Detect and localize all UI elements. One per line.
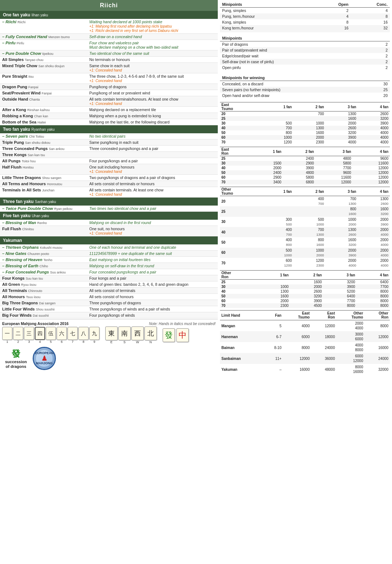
table-row: Seat/Prevalent Wind Fanpai Pung/kong of …	[0, 90, 218, 96]
yaku-name: Half Flush Honitsu	[2, 165, 34, 169]
table-row: – Thirteen Orphans Kokushi musou One of …	[0, 244, 218, 251]
section-three-fan-sub: Sanhan yaku	[35, 200, 56, 204]
minipoints-table: Minipoints Open Conc. Pung, simples 2 4 …	[220, 1, 390, 32]
yaku-plus: +1: Concealed hand	[89, 102, 122, 106]
yaku-desc: Four pungs/kongs and a pair	[89, 159, 138, 163]
yaku-desc: No terminals or honours	[89, 57, 130, 62]
table-row: – Blessing of Man Renho Mahjong on disca…	[0, 220, 218, 226]
yaku-plus: +1: Concealed hand	[89, 68, 122, 72]
table-row: All Green Ryuu iisou Hand of green tiles…	[0, 281, 218, 288]
table-row: Half Flush Honitsu One suit including ho…	[0, 164, 218, 175]
table-row: 40 400700 7001300 13002600 20004000	[220, 227, 390, 237]
table-row: 40700130026004000	[220, 126, 390, 130]
table-row: Pure Straight Itsu The three chow, 1-2-3…	[0, 73, 218, 84]
limit-header: Limit Hand Fan EastTsumo EastRon OtherTs…	[220, 311, 390, 320]
yaku-name: All Pungs Toitoi hou	[2, 159, 36, 163]
table-row: 25240048009600	[220, 156, 390, 161]
yaku-name: – Seven pairs Chii Toitsu	[2, 134, 44, 138]
section-three-fan: Three fan yaku Sanhan yaku	[0, 198, 218, 206]
yaku-desc: Same pung/kong in each suit	[89, 140, 138, 145]
yaku-name: – Thirteen Orphans Kokushi musou	[2, 245, 62, 249]
table-row: Outside Hand Chanta All sets contain ter…	[0, 96, 218, 107]
tile-5: 伍	[46, 327, 56, 340]
yaku-name: Three Kongs San kan tsu	[2, 153, 45, 157]
table-row: – Twice Pure Double Chow Ryan peikou Two…	[0, 206, 218, 212]
section-one-fan: One fan yaku Iihan yaku	[0, 11, 218, 19]
yaku-name: Pure Straight Itsu	[2, 74, 34, 78]
ema-logo: EUROPEAN ♟ MAHJONG	[33, 347, 56, 370]
table-row: 301000200039007700	[220, 284, 390, 289]
table-row: All Honours Tsuu iisou All sets consist …	[0, 294, 218, 300]
section-one-fan-title: One fan yaku	[3, 12, 30, 17]
table-row: Mangan 5 4000 12000 20004000 8000	[220, 320, 390, 332]
minipoints2-header: Minipoints	[220, 35, 390, 41]
table-row: 701200230040004000	[220, 140, 390, 145]
table-row: Little Three Dragons Shou sangen Two pun…	[0, 175, 218, 181]
table-row: – Pinfu Pinfu Four chow and valueless pa…	[0, 40, 218, 50]
yaku-desc: Hand of green tiles: bamboo 2, 3, 4, 6, …	[89, 282, 188, 287]
table-row: – Nine Gates Chuuren pooto 1112345678999…	[0, 251, 218, 257]
yaku-name: – Blessing of Earth Chiho	[2, 264, 48, 268]
yaku-desc: Three concealed pungs/kongs and a pair	[89, 146, 158, 151]
tile-3: 三	[24, 327, 34, 340]
other-tsumo-header: OtherTsumo 1 fan 2 fan 3 fan 4 fan	[220, 187, 390, 196]
yaku-name: Outside Hand Chanta	[2, 97, 40, 101]
section-five-fan-title: Five fan yaku	[3, 213, 30, 218]
table-row: Big Three Dragons Dai sangen Three pungs…	[0, 300, 218, 306]
yaku-name: – Fully Concealed Hand Menzen tsumo	[2, 35, 70, 39]
table-row: – Seven pairs Chii Toitsu No two identic…	[0, 133, 218, 139]
west-tile: 西	[131, 326, 144, 340]
green-dragon-tile: 發	[163, 328, 175, 342]
yaku-name: After a Kong Rinshan kaihou	[2, 107, 50, 112]
yakuman-table: – Thirteen Orphans Kokushi musou One of …	[0, 244, 218, 318]
yaku-desc: One of each honour and terminal and one …	[89, 245, 176, 249]
table-row: 30500100020003900	[220, 121, 390, 126]
table-row: All Terms and Honours Honroutou All sets…	[0, 181, 218, 187]
east-ron-table: EastRon 1 fan 2 fan 3 fan 4 fan 25240048…	[220, 147, 390, 184]
east-tile: 東	[105, 326, 118, 340]
yaku-name: – Riichi Riichi	[2, 20, 25, 24]
section-five-fan: Five fan yaku Uhan yaku	[0, 212, 218, 220]
table-row: Pair of seat/prevalent wind 2	[220, 47, 390, 53]
yaku-desc: All sets consist of terminals	[89, 288, 135, 293]
table-row: 20 400700 7001300 13002600	[220, 196, 390, 207]
tile-9: 九	[89, 327, 99, 340]
yaku-desc: Mahjong when a pung is extended to kong	[89, 114, 161, 118]
table-row: Three Kongs San kan tsu	[0, 152, 218, 158]
yaku-name: – Twice Pure Double Chow Ryan peikou	[2, 206, 72, 211]
yaku-desc: All sets contain terminals. At least one…	[89, 188, 163, 192]
table-row: – Pure Double Chow Iipeikou Two identica…	[0, 50, 218, 57]
other-ron-header: OtherRon 1 fan 2 fan 3 fan 4 fan	[220, 271, 390, 280]
table-row: 601000200039004000	[220, 135, 390, 140]
table-row: Bottom of the Sea Haitei Mahjong on the …	[0, 119, 218, 125]
table-row: – Riichi Riichi Waiting hand declared at…	[0, 19, 218, 34]
yaku-name: – Nine Gates Chuuren pooto	[2, 251, 49, 256]
yaku-plus: +1: Concealed hand	[89, 79, 122, 83]
yaku-plus: +1: Concealed hand	[89, 192, 122, 196]
yaku-name: All Terminals Chinrouto	[2, 288, 42, 293]
table-row: Sanbaiman 11+ 12000 36000 600012000 2400…	[220, 353, 390, 364]
table-row: – Fully Concealed Hand Menzen tsumo Self…	[0, 34, 218, 40]
yaku-desc: Pung/kong of seat or prevalent wind	[89, 91, 150, 95]
yaku-desc: One suit, no honours	[89, 227, 124, 231]
yaku-desc: Mahjong declared on a replacement tile	[89, 107, 156, 112]
yaku-name: Mixed Triple Chow San shoku doujun	[2, 64, 65, 68]
table-row: 50800160032004000	[220, 130, 390, 135]
yaku-desc: Pung/kong of dragons	[89, 85, 127, 89]
table-row: Pair of dragons 2	[220, 41, 390, 48]
yaku-desc2: Must declare mahjong on a chow with two-…	[89, 45, 178, 49]
yaku-desc: Four chow and valueless pair	[89, 41, 139, 45]
succession-label: successionof dragons	[5, 360, 27, 369]
yaku-name: Triple Pung San shoku dokou	[2, 140, 50, 145]
yaku-desc: Three pungs/kongs of dragons	[89, 301, 141, 305]
tile-2: 二	[13, 327, 23, 340]
yaku-desc: 1112345678999 + one duplicate of the sam…	[89, 251, 172, 256]
north-tile: 北	[144, 326, 157, 340]
south-tile: 南	[118, 326, 131, 340]
table-row: 3015002900580011600	[220, 161, 390, 166]
five-fan-table: – Blessing of Man Renho Mahjong on disca…	[0, 220, 218, 236]
section-five-fan-sub: Uhan yaku	[32, 214, 49, 218]
yaku-name: Dragon Pung Fanpai	[2, 85, 38, 89]
three-fan-table: – Twice Pure Double Chow Ryan peikou Two…	[0, 206, 218, 212]
table-row: Mixed Triple Chow San shoku doujun Same …	[0, 63, 218, 73]
